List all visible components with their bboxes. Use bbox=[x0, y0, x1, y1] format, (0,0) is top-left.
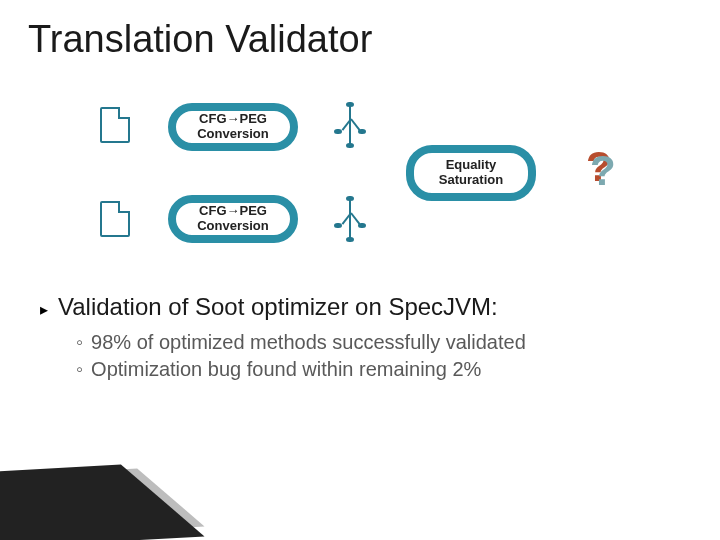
pill-label-line2: Conversion bbox=[197, 219, 269, 234]
sub-bullet-marker-icon: ◦ bbox=[76, 331, 83, 354]
pill-label-line2: Conversion bbox=[197, 127, 269, 142]
cfg-peg-conversion-box-bottom: CFG→PEG Conversion bbox=[168, 195, 298, 243]
pill-label-line1: Equality bbox=[446, 158, 497, 173]
sub-bullet-1-text: 98% of optimized methods successfully va… bbox=[91, 331, 526, 354]
main-bullet-text: Validation of Soot optimizer on SpecJVM: bbox=[58, 293, 498, 321]
sub-bullet-2-text: Optimization bug found within remaining … bbox=[91, 358, 481, 381]
source-page-icon-top bbox=[100, 107, 130, 143]
slide-title: Translation Validator bbox=[0, 0, 720, 61]
pill-label-line1: CFG→PEG bbox=[199, 112, 267, 127]
peg-tree-icon-top bbox=[336, 105, 364, 145]
sub-bullet-1: ◦ 98% of optimized methods successfully … bbox=[76, 331, 720, 354]
sub-bullet-marker-icon: ◦ bbox=[76, 358, 83, 381]
pill-label-line1: CFG→PEG bbox=[199, 204, 267, 219]
source-page-icon-bottom bbox=[100, 201, 130, 237]
question-mark-icon: ? ? bbox=[584, 145, 626, 193]
peg-tree-icon-bottom bbox=[336, 199, 364, 239]
equality-saturation-box: Equality Saturation bbox=[406, 145, 536, 201]
sub-bullet-list: ◦ 98% of optimized methods successfully … bbox=[76, 331, 720, 381]
cfg-peg-conversion-box-top: CFG→PEG Conversion bbox=[168, 103, 298, 151]
main-bullet: ▸ Validation of Soot optimizer on SpecJV… bbox=[40, 293, 720, 321]
sub-bullet-2: ◦ Optimization bug found within remainin… bbox=[76, 358, 720, 381]
question-front: ? bbox=[590, 147, 616, 195]
bullet-marker-icon: ▸ bbox=[40, 300, 48, 319]
diagram-area: CFG→PEG Conversion CFG→PEG Conversion Eq… bbox=[0, 101, 720, 281]
body-text: ▸ Validation of Soot optimizer on SpecJV… bbox=[40, 293, 720, 381]
pill-label-line2: Saturation bbox=[439, 173, 503, 188]
